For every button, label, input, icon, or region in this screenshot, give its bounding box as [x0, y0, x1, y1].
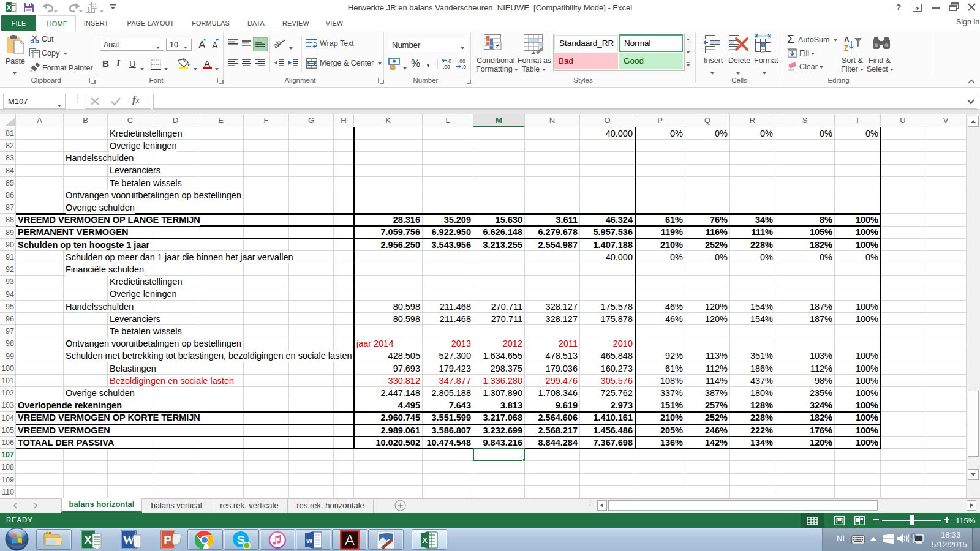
svg-text:A: A — [844, 36, 850, 44]
svg-text:ab: ab — [273, 38, 284, 50]
svg-text:Z: Z — [844, 44, 848, 53]
svg-text:W: W — [123, 533, 135, 547]
svg-text:≠: ≠ — [496, 42, 499, 50]
svg-text:A: A — [198, 39, 206, 50]
svg-text:X: X — [84, 533, 92, 546]
svg-text:P: P — [164, 533, 172, 547]
svg-text:.00: .00 — [443, 64, 450, 69]
svg-text:A: A — [212, 40, 218, 50]
svg-text:.0: .0 — [462, 64, 466, 69]
svg-text:X: X — [422, 536, 428, 545]
svg-text:?: ? — [896, 3, 902, 12]
svg-text:w: w — [306, 536, 313, 545]
